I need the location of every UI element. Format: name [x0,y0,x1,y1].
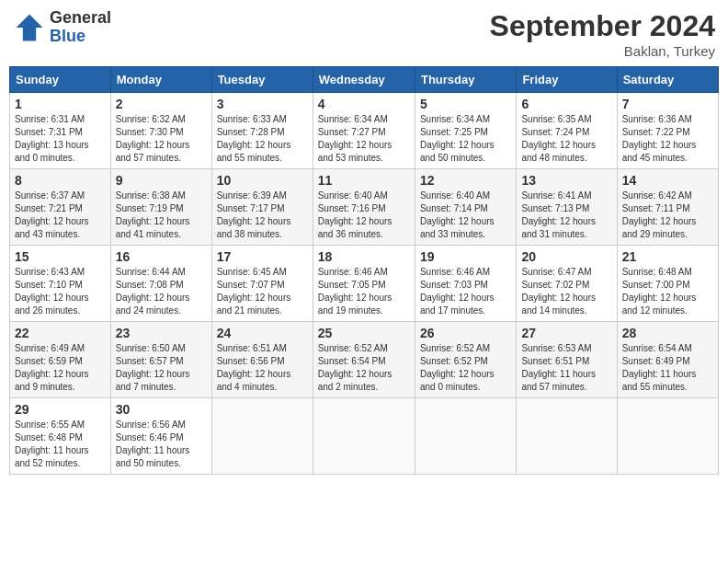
table-row: 27Sunrise: 6:53 AM Sunset: 6:51 PM Dayli… [517,322,617,398]
table-row: 29Sunrise: 6:55 AM Sunset: 6:48 PM Dayli… [10,398,111,475]
day-info: Sunrise: 6:56 AM Sunset: 6:46 PM Dayligh… [116,419,207,470]
day-number: 30 [116,402,207,417]
day-info: Sunrise: 6:44 AM Sunset: 7:08 PM Dayligh… [116,266,207,317]
calendar-table: Sunday Monday Tuesday Wednesday Thursday… [9,66,719,475]
day-number: 12 [420,173,511,188]
table-row: 30Sunrise: 6:56 AM Sunset: 6:46 PM Dayli… [110,398,211,475]
day-number: 29 [15,402,106,417]
day-number: 2 [116,97,207,111]
table-row [211,398,313,475]
day-info: Sunrise: 6:36 AM Sunset: 7:22 PM Dayligh… [622,113,713,165]
table-row: 21Sunrise: 6:48 AM Sunset: 7:00 PM Dayli… [617,246,718,322]
table-row: 5Sunrise: 6:34 AM Sunset: 7:25 PM Daylig… [415,93,516,169]
day-number: 28 [622,326,713,340]
day-info: Sunrise: 6:32 AM Sunset: 7:30 PM Dayligh… [116,113,207,165]
day-info: Sunrise: 6:52 AM Sunset: 6:54 PM Dayligh… [318,342,410,394]
day-info: Sunrise: 6:37 AM Sunset: 7:21 PM Dayligh… [15,190,106,241]
table-row: 22Sunrise: 6:49 AM Sunset: 6:59 PM Dayli… [10,322,111,398]
day-info: Sunrise: 6:34 AM Sunset: 7:27 PM Dayligh… [318,113,410,165]
month-title: September 2024 [490,9,715,43]
day-info: Sunrise: 6:51 AM Sunset: 6:56 PM Dayligh… [217,342,308,394]
table-row: 4Sunrise: 6:34 AM Sunset: 7:27 PM Daylig… [313,93,415,169]
day-info: Sunrise: 6:53 AM Sunset: 6:51 PM Dayligh… [521,342,611,394]
day-info: Sunrise: 6:42 AM Sunset: 7:11 PM Dayligh… [622,190,713,241]
col-friday: Friday [517,67,617,93]
table-row: 12Sunrise: 6:40 AM Sunset: 7:14 PM Dayli… [415,169,516,246]
day-number: 20 [521,249,611,264]
day-number: 25 [318,326,410,340]
day-info: Sunrise: 6:40 AM Sunset: 7:16 PM Dayligh… [318,190,410,241]
table-row: 25Sunrise: 6:52 AM Sunset: 6:54 PM Dayli… [313,322,415,398]
table-row: 10Sunrise: 6:39 AM Sunset: 7:17 PM Dayli… [211,169,313,246]
day-number: 10 [217,173,308,188]
table-row: 16Sunrise: 6:44 AM Sunset: 7:08 PM Dayli… [110,246,211,322]
table-row: 13Sunrise: 6:41 AM Sunset: 7:13 PM Dayli… [517,169,617,246]
col-monday: Monday [110,67,211,93]
day-info: Sunrise: 6:39 AM Sunset: 7:17 PM Dayligh… [217,190,308,241]
day-info: Sunrise: 6:33 AM Sunset: 7:28 PM Dayligh… [217,113,308,165]
day-info: Sunrise: 6:48 AM Sunset: 7:00 PM Dayligh… [622,266,713,317]
day-info: Sunrise: 6:35 AM Sunset: 7:24 PM Dayligh… [521,113,611,165]
calendar-week-row: 29Sunrise: 6:55 AM Sunset: 6:48 PM Dayli… [10,398,719,475]
table-row: 7Sunrise: 6:36 AM Sunset: 7:22 PM Daylig… [617,93,718,169]
table-row: 15Sunrise: 6:43 AM Sunset: 7:10 PM Dayli… [10,246,111,322]
col-wednesday: Wednesday [313,67,415,93]
calendar-week-row: 1Sunrise: 6:31 AM Sunset: 7:31 PM Daylig… [10,93,719,169]
calendar-header-row: Sunday Monday Tuesday Wednesday Thursday… [10,67,719,93]
day-number: 3 [217,97,308,111]
table-row [415,398,516,475]
day-info: Sunrise: 6:52 AM Sunset: 6:52 PM Dayligh… [420,342,511,394]
day-info: Sunrise: 6:54 AM Sunset: 6:49 PM Dayligh… [622,342,713,394]
calendar-week-row: 15Sunrise: 6:43 AM Sunset: 7:10 PM Dayli… [10,246,719,322]
table-row [617,398,718,475]
table-row: 20Sunrise: 6:47 AM Sunset: 7:02 PM Dayli… [517,246,617,322]
day-info: Sunrise: 6:34 AM Sunset: 7:25 PM Dayligh… [420,113,511,165]
table-row [517,398,617,475]
day-number: 9 [116,173,207,188]
day-number: 19 [420,249,511,264]
day-number: 14 [622,173,713,188]
day-number: 5 [420,97,511,111]
day-number: 13 [521,173,611,188]
day-info: Sunrise: 6:55 AM Sunset: 6:48 PM Dayligh… [15,419,106,470]
day-info: Sunrise: 6:47 AM Sunset: 7:02 PM Dayligh… [521,266,611,317]
day-info: Sunrise: 6:38 AM Sunset: 7:19 PM Dayligh… [116,190,207,241]
table-row: 14Sunrise: 6:42 AM Sunset: 7:11 PM Dayli… [617,169,718,246]
table-row [313,398,415,475]
day-info: Sunrise: 6:43 AM Sunset: 7:10 PM Dayligh… [15,266,106,317]
day-number: 16 [116,249,207,264]
calendar-body: 1Sunrise: 6:31 AM Sunset: 7:31 PM Daylig… [10,93,719,475]
day-info: Sunrise: 6:49 AM Sunset: 6:59 PM Dayligh… [15,342,106,394]
table-row: 24Sunrise: 6:51 AM Sunset: 6:56 PM Dayli… [211,322,313,398]
day-number: 11 [318,173,410,188]
day-number: 27 [521,326,611,340]
day-number: 1 [15,97,106,111]
logo-blue: Blue [50,28,111,46]
day-number: 6 [521,97,611,111]
day-number: 18 [318,249,410,264]
day-info: Sunrise: 6:45 AM Sunset: 7:07 PM Dayligh… [217,266,308,317]
day-info: Sunrise: 6:50 AM Sunset: 6:57 PM Dayligh… [116,342,207,394]
day-number: 24 [217,326,308,340]
day-number: 26 [420,326,511,340]
day-number: 21 [622,249,713,264]
calendar-week-row: 22Sunrise: 6:49 AM Sunset: 6:59 PM Dayli… [10,322,719,398]
logo-icon [13,11,46,44]
table-row: 3Sunrise: 6:33 AM Sunset: 7:28 PM Daylig… [211,93,313,169]
day-info: Sunrise: 6:46 AM Sunset: 7:05 PM Dayligh… [318,266,410,317]
logo-text: General Blue [50,9,111,46]
table-row: 17Sunrise: 6:45 AM Sunset: 7:07 PM Dayli… [211,246,313,322]
svg-marker-0 [17,14,43,40]
table-row: 2Sunrise: 6:32 AM Sunset: 7:30 PM Daylig… [110,93,211,169]
logo-general: General [50,9,111,28]
table-row: 8Sunrise: 6:37 AM Sunset: 7:21 PM Daylig… [10,169,111,246]
location: Baklan, Turkey [490,43,715,59]
col-thursday: Thursday [415,67,516,93]
table-row: 1Sunrise: 6:31 AM Sunset: 7:31 PM Daylig… [10,93,111,169]
table-row: 26Sunrise: 6:52 AM Sunset: 6:52 PM Dayli… [415,322,516,398]
logo: General Blue [13,9,111,46]
col-saturday: Saturday [617,67,718,93]
day-number: 22 [15,326,106,340]
day-number: 4 [318,97,410,111]
day-info: Sunrise: 6:31 AM Sunset: 7:31 PM Dayligh… [15,113,106,165]
